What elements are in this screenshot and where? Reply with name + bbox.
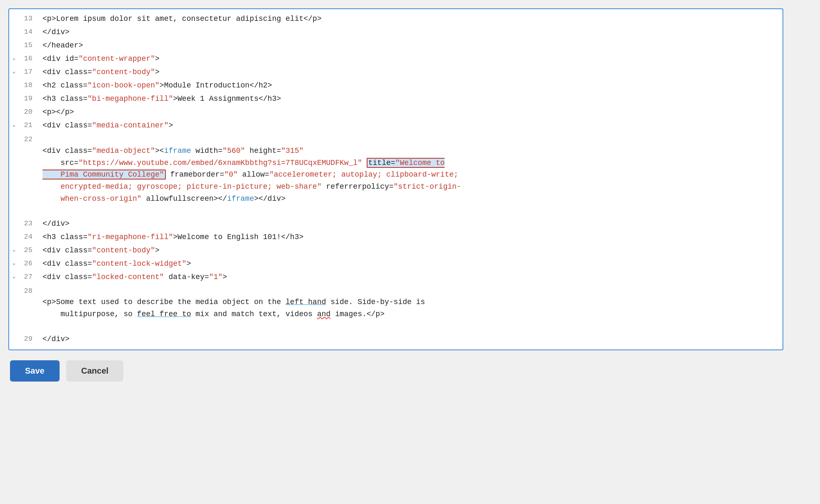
fold-arrow-26: ⌄: [12, 259, 19, 267]
code-line-27: ⌄ 27 <div class="locked-content" data-ke…: [9, 271, 782, 284]
code-line-16: ⌄ 16 <div id="content-wrapper">: [9, 52, 782, 66]
code-line-17: ⌄ 17 <div class="content-body">: [9, 66, 782, 79]
code-line-25: ⌄ 25 <div class="content-body">: [9, 244, 782, 257]
fold-arrow-27: ⌄: [12, 273, 19, 281]
code-line-19: 19 <h3 class="bi-megaphone-fill">Week 1 …: [9, 92, 782, 106]
code-line-20: 20 <p></p>: [9, 106, 782, 119]
button-area: Save Cancel: [8, 360, 123, 382]
fold-arrow-16: ⌄: [12, 55, 19, 62]
code-line-26: ⌄ 26 <div class="content-lock-widget">: [9, 257, 782, 271]
code-line-14: 14 </div>: [9, 26, 782, 39]
cancel-button[interactable]: Cancel: [66, 360, 124, 382]
code-line-29: 29 </div>: [9, 333, 782, 346]
code-line-23: 23 </div>: [9, 217, 782, 231]
code-line-13: 13 <p>Lorem ipsum dolor sit amet, consec…: [9, 12, 782, 26]
code-editor[interactable]: 13 <p>Lorem ipsum dolor sit amet, consec…: [8, 8, 783, 350]
code-line-28: 28 <p>Some text used to describe the med…: [9, 284, 782, 333]
fold-arrow-21: ⌄: [12, 121, 19, 129]
code-line-21: ⌄ 21 <div class="media-container">: [9, 119, 782, 132]
fold-arrow-25: ⌄: [12, 246, 19, 254]
save-button[interactable]: Save: [10, 360, 60, 382]
code-line-18: 18 <h2 class="icon-book-open">Module Int…: [9, 79, 782, 92]
code-area: 13 <p>Lorem ipsum dolor sit amet, consec…: [9, 9, 782, 349]
code-line-15: 15 </header>: [9, 39, 782, 52]
code-line-24: 24 <h3 class="ri-megaphone-fill">Welcome…: [9, 231, 782, 244]
code-line-22: 22 <div class="media-object"><iframe wid…: [9, 132, 782, 217]
fold-arrow-17: ⌄: [12, 68, 19, 76]
